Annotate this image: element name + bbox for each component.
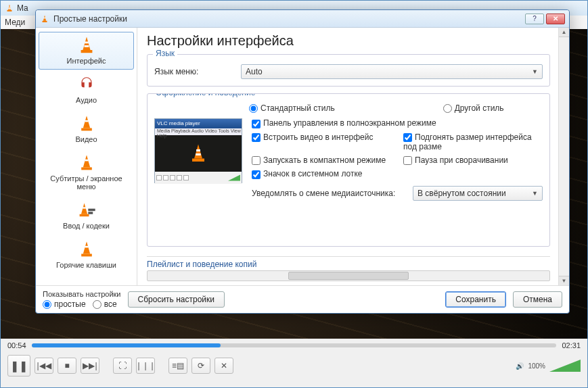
- show-settings-group: Показывать настройки простые все: [43, 290, 121, 309]
- radio-standard-style[interactable]: Стандартный стиль: [249, 103, 335, 113]
- svg-rect-10: [81, 254, 92, 257]
- loop-button[interactable]: ⟳: [191, 358, 210, 374]
- notify-label: Уведомлять о смене медиаисточника:: [252, 189, 407, 198]
- vlc-cone-icon: [40, 14, 49, 24]
- next-button[interactable]: ▶▶|: [81, 358, 99, 374]
- svg-rect-5: [81, 128, 92, 131]
- language-group: Язык Язык меню: Auto ▼: [147, 54, 550, 87]
- preview-menu: Media Playback Audio Video Tools View He…: [155, 128, 242, 135]
- category-label: Горячие клавиши: [41, 261, 132, 269]
- svg-marker-12: [228, 175, 240, 181]
- chevron-down-icon: ▼: [532, 190, 538, 197]
- main-title: Ma: [17, 3, 28, 13]
- preview-title: VLC media player: [155, 119, 242, 128]
- group-title: Язык: [153, 49, 177, 58]
- player-controls-bar: 00:54 02:31 ❚❚ |◀◀ ■ ▶▶| ⛶ ❘❘❘ ≡▤ ⟳ ✕ 🔊 …: [1, 339, 587, 387]
- volume-slider[interactable]: [549, 360, 581, 372]
- save-button[interactable]: Сохранить: [445, 291, 506, 308]
- preferences-dialog: Простые настройки ? ✕ Интерфейс Аудио Ви…: [35, 9, 570, 314]
- category-interface[interactable]: Интерфейс: [39, 32, 134, 70]
- scroll-up-icon[interactable]: ▲: [559, 28, 569, 37]
- help-button[interactable]: ?: [525, 14, 544, 24]
- category-label: Видео: [41, 135, 132, 143]
- chk-resize-interface[interactable]: Подгонять размер интерфейса под разме: [403, 132, 543, 151]
- svg-marker-2: [549, 360, 581, 372]
- chk-fullscreen-panel[interactable]: Панель управления в полноэкранном режиме: [252, 118, 543, 128]
- speaker-icon[interactable]: 🔊: [516, 362, 524, 370]
- category-label: Аудио: [41, 96, 132, 104]
- fullscreen-button[interactable]: ⛶: [113, 358, 132, 374]
- language-select[interactable]: Auto ▼: [241, 64, 543, 79]
- chevron-down-icon: ▼: [532, 68, 538, 75]
- category-panel: Интерфейс Аудио Видео Субтитры / экранно…: [36, 28, 137, 285]
- category-audio[interactable]: Аудио: [39, 71, 134, 109]
- category-label: Интерфейс: [41, 57, 132, 65]
- chk-compact[interactable]: Запускать в компактном режиме: [252, 155, 391, 165]
- dialog-titlebar[interactable]: Простые настройки ? ✕: [36, 10, 569, 28]
- category-hotkeys[interactable]: Горячие клавиши: [39, 236, 134, 274]
- playlist-group-title: Плейлист и поведение копий: [147, 260, 550, 269]
- category-subtitles[interactable]: Субтитры / экранное меню: [39, 149, 134, 195]
- dialog-footer: Показывать настройки простые все Сбросит…: [36, 285, 569, 313]
- group-title: Оформление и поведение: [153, 93, 258, 97]
- prev-button[interactable]: |◀◀: [35, 358, 53, 374]
- radio-all[interactable]: все: [93, 299, 117, 309]
- stop-button[interactable]: ■: [58, 358, 76, 374]
- time-total: 02:31: [562, 341, 581, 349]
- category-codecs[interactable]: Ввод / кодеки: [39, 197, 134, 235]
- radio-other-style[interactable]: Другой стиль: [443, 103, 504, 113]
- notify-select[interactable]: В свёрнутом состоянии ▼: [413, 186, 543, 201]
- show-settings-label: Показывать настройки: [43, 290, 121, 298]
- reset-button[interactable]: Сбросить настройки: [128, 291, 225, 308]
- time-current: 00:54: [7, 341, 26, 349]
- category-label: Ввод / кодеки: [41, 222, 132, 230]
- playlist-button[interactable]: ≡▤: [168, 358, 187, 374]
- ext-settings-button[interactable]: ❘❘❘: [136, 358, 155, 374]
- volume-pct: 100%: [528, 362, 545, 370]
- chk-embed-video[interactable]: Встроить видео в интерфейс: [252, 132, 391, 151]
- category-video[interactable]: Видео: [39, 110, 134, 148]
- svg-rect-11: [192, 159, 204, 162]
- page-heading: Настройки интерфейса: [147, 33, 550, 49]
- lang-label: Язык меню:: [154, 67, 235, 76]
- dialog-title: Простые настройки: [53, 14, 525, 24]
- category-label: Субтитры / экранное меню: [41, 174, 132, 191]
- svg-rect-3: [43, 20, 47, 22]
- vertical-scrollbar[interactable]: ▲ ▼: [558, 28, 569, 285]
- settings-content: Настройки интерфейса Язык Язык меню: Aut…: [137, 28, 558, 285]
- shuffle-button[interactable]: ✕: [214, 358, 233, 374]
- appearance-group: Оформление и поведение Стандартный стиль…: [147, 93, 550, 247]
- scroll-down-icon[interactable]: ▼: [559, 276, 569, 285]
- svg-rect-0: [7, 10, 12, 11]
- select-value: Auto: [246, 67, 263, 76]
- seek-slider[interactable]: [32, 343, 557, 347]
- select-value: В свёрнутом состоянии: [417, 189, 506, 198]
- radio-simple[interactable]: простые: [43, 299, 86, 309]
- chk-tray-icon[interactable]: Значок в системном лотке: [252, 169, 391, 178]
- pause-button[interactable]: ❚❚: [7, 355, 30, 377]
- svg-rect-7: [79, 214, 89, 216]
- vlc-cone-icon: [5, 3, 14, 13]
- menu-item[interactable]: Меди: [5, 18, 25, 27]
- svg-rect-8: [88, 209, 95, 211]
- horizontal-scrollbar[interactable]: [147, 270, 550, 281]
- svg-rect-6: [81, 168, 92, 170]
- interface-preview: VLC media player Media Playback Audio Vi…: [154, 118, 242, 183]
- cancel-button[interactable]: Отмена: [513, 291, 562, 308]
- svg-rect-9: [88, 212, 93, 214]
- svg-rect-4: [81, 50, 92, 53]
- close-button[interactable]: ✕: [546, 14, 565, 24]
- chk-pause-minimize[interactable]: Пауза при сворачивании: [403, 155, 543, 165]
